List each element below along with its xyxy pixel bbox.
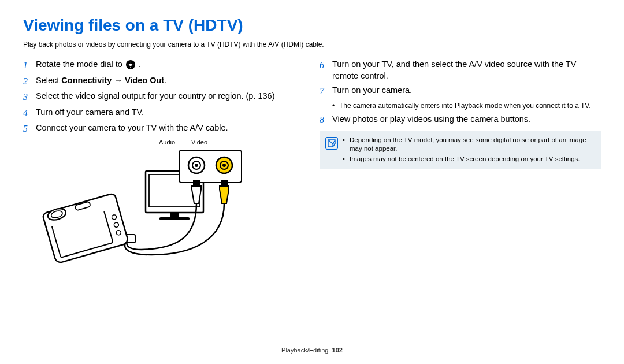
step-text: Select Connectivity → Video Out. [36,75,304,87]
svg-point-1 [130,62,131,63]
step-7-sub: The camera automatically enters into Pla… [332,101,601,110]
audio-label: Audio [159,139,175,146]
svg-rect-7 [170,213,179,217]
step-text-post: . [164,76,166,85]
note-box: Depending on the TV model, you may see s… [320,131,601,170]
step-text: Turn on your camera. [332,85,601,96]
svg-point-3 [128,64,129,65]
svg-rect-16 [193,180,200,186]
svg-point-4 [133,64,134,65]
mode-dial-icon [126,60,135,69]
step-1: 1 Rotate the mode dial to . [23,59,304,72]
svg-point-2 [130,67,131,68]
footer-page: 102 [332,347,343,354]
step-6: 6 Turn on your TV, and then select the A… [320,59,601,81]
step-3: 3 Select the video signal output for you… [23,91,304,103]
step-2: 2 Select Connectivity → Video Out. [23,75,304,88]
left-column: 1 Rotate the mode dial to . 2 Select Con… [23,59,304,277]
audio-plug-icon [192,180,201,203]
step-text: Turn off your camera and TV. [36,107,304,118]
step-8: 8 View photos or play videos using the c… [320,114,601,127]
step-number: 1 [23,59,30,72]
note-item: Images may not be centered on the TV scr… [343,155,595,164]
step-text: Connect your camera to your TV with the … [36,122,304,134]
svg-rect-8 [159,217,190,220]
footer-section: Playback/Editing [281,347,328,354]
video-label: Video [191,139,207,146]
step-text-post: . [139,60,141,69]
note-icon [325,137,338,150]
diagram-svg [36,148,267,275]
step-7: 7 Turn on your camera. [320,85,601,98]
intro-text: Play back photos or videos by connecting… [23,40,601,49]
svg-point-0 [129,64,132,66]
svg-rect-17 [221,180,228,186]
step-text-bold: Connectivity → Video Out [61,76,164,85]
step-text-pre: Select [36,76,61,85]
step-number: 2 [23,75,30,88]
step-text-pre: Rotate the mode dial to [36,60,125,69]
step-number: 6 [320,59,326,72]
step-4: 4 Turn off your camera and TV. [23,107,304,120]
page-title: Viewing files on a TV (HDTV) [23,16,601,35]
svg-point-12 [195,164,198,167]
step-number: 8 [320,114,326,127]
content-columns: 1 Rotate the mode dial to . 2 Select Con… [23,59,601,277]
step-number: 5 [23,122,30,135]
step-text: View photos or play videos using the cam… [332,114,601,125]
video-plug-icon [220,180,229,203]
camera-icon [42,192,129,263]
connection-diagram: Audio Video [36,139,267,277]
svg-point-15 [222,164,226,167]
step-number: 4 [23,107,30,120]
right-column: 6 Turn on your TV, and then select the A… [320,59,601,277]
sub-bullet: The camera automatically enters into Pla… [332,101,601,110]
step-text: Rotate the mode dial to . [36,59,304,70]
step-text: Turn on your TV, and then select the A/V… [332,59,601,81]
page-footer: Playback/Editing 102 [0,347,624,354]
note-item: Depending on the TV model, you may see s… [343,136,595,154]
step-number: 3 [23,91,30,103]
step-5: 5 Connect your camera to your TV with th… [23,122,304,135]
step-number: 7 [320,85,326,98]
step-text: Select the video signal output for your … [36,91,304,102]
